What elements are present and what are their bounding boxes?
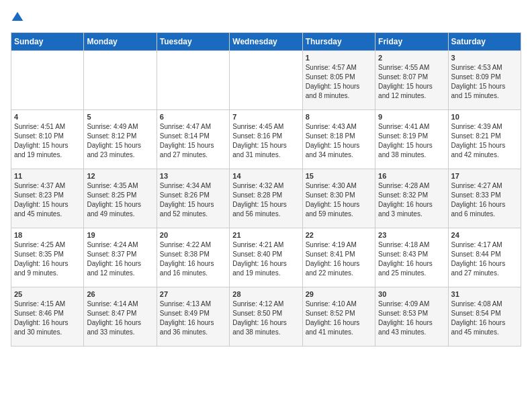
column-header-tuesday: Tuesday (157, 33, 229, 51)
day-info: Sunrise: 4:53 AM Sunset: 8:09 PM Dayligh… (451, 63, 518, 101)
day-info: Sunrise: 4:15 AM Sunset: 8:46 PM Dayligh… (14, 300, 81, 337)
day-info: Sunrise: 4:27 AM Sunset: 8:33 PM Dayligh… (451, 181, 518, 219)
calendar-cell: 16Sunrise: 4:28 AM Sunset: 8:32 PM Dayli… (375, 169, 448, 228)
day-info: Sunrise: 4:09 AM Sunset: 8:53 PM Dayligh… (378, 300, 445, 337)
calendar-cell: 30Sunrise: 4:09 AM Sunset: 8:53 PM Dayli… (375, 287, 448, 347)
calendar-cell: 6Sunrise: 4:47 AM Sunset: 8:14 PM Daylig… (157, 110, 229, 169)
calendar-cell: 1Sunrise: 4:57 AM Sunset: 8:05 PM Daylig… (302, 51, 375, 110)
day-number: 9 (378, 113, 445, 121)
svg-marker-0 (12, 12, 24, 21)
day-info: Sunrise: 4:28 AM Sunset: 8:32 PM Dayligh… (378, 181, 445, 219)
calendar-week-row: 25Sunrise: 4:15 AM Sunset: 8:46 PM Dayli… (11, 287, 521, 347)
calendar-cell (84, 51, 157, 110)
day-info: Sunrise: 4:32 AM Sunset: 8:28 PM Dayligh… (232, 181, 299, 219)
day-info: Sunrise: 4:41 AM Sunset: 8:19 PM Dayligh… (378, 122, 445, 160)
page-header (11, 11, 521, 24)
day-info: Sunrise: 4:55 AM Sunset: 8:07 PM Dayligh… (378, 63, 445, 101)
calendar-cell: 24Sunrise: 4:17 AM Sunset: 8:44 PM Dayli… (448, 228, 521, 287)
column-header-wednesday: Wednesday (230, 33, 302, 51)
day-number: 11 (14, 172, 81, 180)
day-number: 10 (451, 113, 518, 121)
day-number: 21 (232, 231, 299, 239)
calendar-cell: 17Sunrise: 4:27 AM Sunset: 8:33 PM Dayli… (448, 169, 521, 228)
day-number: 15 (306, 172, 372, 180)
day-info: Sunrise: 4:37 AM Sunset: 8:23 PM Dayligh… (14, 181, 81, 219)
day-info: Sunrise: 4:08 AM Sunset: 8:54 PM Dayligh… (451, 300, 518, 337)
day-number: 7 (232, 113, 299, 121)
day-number: 2 (378, 54, 445, 62)
day-number: 16 (378, 172, 445, 180)
calendar-cell: 20Sunrise: 4:22 AM Sunset: 8:38 PM Dayli… (157, 228, 229, 287)
column-header-saturday: Saturday (448, 33, 521, 51)
calendar-cell: 3Sunrise: 4:53 AM Sunset: 8:09 PM Daylig… (448, 51, 521, 110)
calendar-cell: 14Sunrise: 4:32 AM Sunset: 8:28 PM Dayli… (230, 169, 302, 228)
day-info: Sunrise: 4:45 AM Sunset: 8:16 PM Dayligh… (232, 122, 299, 160)
day-info: Sunrise: 4:24 AM Sunset: 8:37 PM Dayligh… (87, 240, 153, 278)
day-number: 31 (451, 290, 518, 298)
day-number: 1 (306, 54, 372, 62)
calendar-cell (11, 51, 84, 110)
column-header-friday: Friday (375, 33, 448, 51)
day-number: 25 (14, 290, 81, 298)
day-number: 30 (378, 290, 445, 298)
calendar-cell: 18Sunrise: 4:25 AM Sunset: 8:35 PM Dayli… (11, 228, 84, 287)
day-info: Sunrise: 4:39 AM Sunset: 8:21 PM Dayligh… (451, 122, 518, 160)
calendar-cell: 23Sunrise: 4:18 AM Sunset: 8:43 PM Dayli… (375, 228, 448, 287)
day-info: Sunrise: 4:35 AM Sunset: 8:25 PM Dayligh… (87, 181, 153, 219)
day-number: 28 (232, 290, 299, 298)
column-header-thursday: Thursday (302, 33, 375, 51)
day-number: 4 (14, 113, 81, 121)
day-number: 8 (306, 113, 372, 121)
day-info: Sunrise: 4:57 AM Sunset: 8:05 PM Dayligh… (306, 63, 372, 101)
day-info: Sunrise: 4:22 AM Sunset: 8:38 PM Dayligh… (160, 240, 226, 278)
day-info: Sunrise: 4:12 AM Sunset: 8:50 PM Dayligh… (232, 300, 299, 337)
calendar-cell: 8Sunrise: 4:43 AM Sunset: 8:18 PM Daylig… (302, 110, 375, 169)
day-info: Sunrise: 4:30 AM Sunset: 8:30 PM Dayligh… (306, 181, 372, 219)
calendar-cell: 4Sunrise: 4:51 AM Sunset: 8:10 PM Daylig… (11, 110, 84, 169)
day-number: 20 (160, 231, 226, 239)
calendar-cell: 2Sunrise: 4:55 AM Sunset: 8:07 PM Daylig… (375, 51, 448, 110)
day-info: Sunrise: 4:47 AM Sunset: 8:14 PM Dayligh… (160, 122, 226, 160)
calendar-week-row: 18Sunrise: 4:25 AM Sunset: 8:35 PM Dayli… (11, 228, 521, 287)
calendar-cell: 19Sunrise: 4:24 AM Sunset: 8:37 PM Dayli… (84, 228, 157, 287)
calendar-table: SundayMondayTuesdayWednesdayThursdayFrid… (11, 32, 521, 347)
day-info: Sunrise: 4:34 AM Sunset: 8:26 PM Dayligh… (160, 181, 226, 219)
column-header-monday: Monday (84, 33, 157, 51)
calendar-cell: 9Sunrise: 4:41 AM Sunset: 8:19 PM Daylig… (375, 110, 448, 169)
day-number: 29 (306, 290, 372, 298)
day-info: Sunrise: 4:17 AM Sunset: 8:44 PM Dayligh… (451, 240, 518, 278)
day-info: Sunrise: 4:21 AM Sunset: 8:40 PM Dayligh… (232, 240, 299, 278)
day-info: Sunrise: 4:51 AM Sunset: 8:10 PM Dayligh… (14, 122, 81, 160)
day-number: 18 (14, 231, 81, 239)
calendar-cell (230, 51, 302, 110)
day-number: 13 (160, 172, 226, 180)
calendar-cell: 21Sunrise: 4:21 AM Sunset: 8:40 PM Dayli… (230, 228, 302, 287)
day-number: 27 (160, 290, 226, 298)
calendar-cell: 7Sunrise: 4:45 AM Sunset: 8:16 PM Daylig… (230, 110, 302, 169)
logo-icon (11, 11, 24, 24)
calendar-cell: 28Sunrise: 4:12 AM Sunset: 8:50 PM Dayli… (230, 287, 302, 347)
day-number: 12 (87, 172, 153, 180)
calendar-cell: 29Sunrise: 4:10 AM Sunset: 8:52 PM Dayli… (302, 287, 375, 347)
day-info: Sunrise: 4:18 AM Sunset: 8:43 PM Dayligh… (378, 240, 445, 278)
day-number: 5 (87, 113, 153, 121)
day-number: 17 (451, 172, 518, 180)
day-number: 24 (451, 231, 518, 239)
calendar-cell: 25Sunrise: 4:15 AM Sunset: 8:46 PM Dayli… (11, 287, 84, 347)
day-number: 22 (306, 231, 372, 239)
calendar-week-row: 11Sunrise: 4:37 AM Sunset: 8:23 PM Dayli… (11, 169, 521, 228)
day-info: Sunrise: 4:14 AM Sunset: 8:47 PM Dayligh… (87, 300, 153, 337)
day-number: 19 (87, 231, 153, 239)
calendar-cell: 11Sunrise: 4:37 AM Sunset: 8:23 PM Dayli… (11, 169, 84, 228)
day-number: 6 (160, 113, 226, 121)
day-info: Sunrise: 4:43 AM Sunset: 8:18 PM Dayligh… (306, 122, 372, 160)
calendar-header-row: SundayMondayTuesdayWednesdayThursdayFrid… (11, 33, 521, 51)
logo (11, 11, 27, 24)
calendar-cell: 15Sunrise: 4:30 AM Sunset: 8:30 PM Dayli… (302, 169, 375, 228)
day-info: Sunrise: 4:19 AM Sunset: 8:41 PM Dayligh… (306, 240, 372, 278)
calendar-cell: 31Sunrise: 4:08 AM Sunset: 8:54 PM Dayli… (448, 287, 521, 347)
calendar-cell: 10Sunrise: 4:39 AM Sunset: 8:21 PM Dayli… (448, 110, 521, 169)
day-info: Sunrise: 4:49 AM Sunset: 8:12 PM Dayligh… (87, 122, 153, 160)
day-number: 3 (451, 54, 518, 62)
calendar-week-row: 4Sunrise: 4:51 AM Sunset: 8:10 PM Daylig… (11, 110, 521, 169)
